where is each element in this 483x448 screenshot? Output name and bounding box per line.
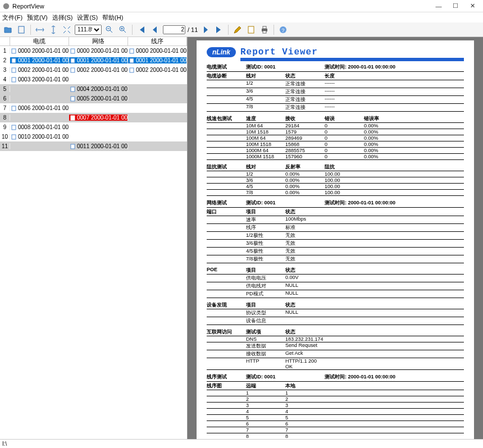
svg-rect-24 [12, 125, 16, 130]
table-port: 端口项目状态速率100Mbps线序标准1/2极性无效3/6极性无效4/5极性无效… [207, 208, 464, 263]
table-row[interactable]: 40003 2000-01-01 00:00:00 [0, 75, 187, 84]
list-cell[interactable]: 0007 2000-01-01 00:00:00 [69, 115, 128, 121]
table-impedance: 阻抗测试线对反射率阻抗1/20.00%100.003/60.00%100.004… [207, 163, 464, 196]
sect-wire-header: 线序测试 测试ID: 0001 测试时间: 2000-01-01 00:00:0… [207, 373, 464, 382]
doc-icon [11, 58, 17, 63]
prev-page-icon[interactable] [149, 24, 161, 35]
table-row[interactable]: 80007 2000-01-01 00:00:00 [0, 113, 187, 122]
svg-rect-4 [248, 26, 254, 33]
toolbar: 111.8% ▾ / 11 ? [0, 22, 483, 37]
list-cell[interactable]: 0005 2000-01-01 00:00:00 [69, 95, 128, 102]
table-row[interactable]: 60005 2000-01-01 00:00:00 [0, 94, 187, 103]
zoom-select[interactable]: 111.8% ▾ [75, 25, 102, 35]
help-icon[interactable]: ? [277, 24, 289, 35]
fit-page-icon[interactable] [61, 24, 72, 35]
menu-settings[interactable]: 设置(S) [77, 13, 98, 22]
sect-cable-header: 电缆测试 测试ID: 0001 测试时间: 2000-01-01 00:00:0… [207, 63, 464, 72]
list-cell[interactable]: 0001 2000-01-01 00:00:00 [128, 57, 187, 63]
list-cell[interactable]: 0002 2000-01-01 00:00:00 [128, 67, 187, 73]
list-header: 电缆 网络 线序 [0, 37, 187, 46]
table-poe: POE项目状态供电电压0.00V供电线对NULLPD模式NULL [207, 267, 464, 298]
fit-width-icon[interactable] [34, 24, 45, 35]
first-page-icon[interactable] [136, 24, 147, 35]
app-icon [2, 2, 10, 10]
svg-rect-20 [71, 87, 75, 92]
list-cell[interactable]: 0002 2000-01-01 00:00:00 [10, 67, 69, 73]
table-row[interactable]: 90008 2000-01-01 00:00:00 [0, 122, 187, 132]
logo-pill: nLink [207, 47, 236, 57]
edit-icon[interactable] [232, 24, 243, 35]
report-page: nLink Report Viewer 电缆测试 测试ID: 0001 测试时间… [197, 40, 474, 439]
table-row[interactable]: 20001 2000-01-01 00:00:000001 2000-01-01… [0, 56, 187, 65]
svg-rect-23 [71, 116, 75, 120]
list-body[interactable]: 10000 2000-01-01 00:00:000000 2000-01-01… [0, 46, 187, 439]
preview-pane[interactable]: nLink Report Viewer 电缆测试 测试ID: 0001 测试时间… [188, 37, 483, 439]
fit-height-icon[interactable] [48, 24, 59, 35]
doc-icon [11, 67, 17, 73]
svg-rect-16 [12, 68, 16, 72]
menu-help[interactable]: 帮助(H) [102, 13, 123, 22]
table-diag: 电缆诊断线对状态长度1/2正常连接------3/6正常连接------4/5正… [207, 72, 464, 112]
svg-rect-12 [130, 49, 134, 53]
restore-button[interactable]: ☐ [447, 2, 464, 10]
record-list-pane: 电缆 网络 线序 10000 2000-01-01 00:00:000000 2… [0, 37, 188, 439]
doc-icon [70, 58, 76, 63]
doc-icon [70, 86, 76, 92]
titlebar: ReportView — ☐ ✕ [0, 0, 483, 12]
list-cell[interactable]: 0004 2000-01-01 00:00:00 [69, 86, 128, 92]
doc-icon [11, 77, 17, 83]
table-row[interactable]: 10000 2000-01-01 00:00:000000 2000-01-01… [0, 46, 187, 56]
table-row[interactable]: 50004 2000-01-01 00:00:00 [0, 84, 187, 94]
list-cell[interactable]: 0001 2000-01-01 00:00:00 [69, 57, 128, 63]
minimize-button[interactable]: — [430, 3, 447, 10]
table-row[interactable]: 110011 2000-01-01 00:00:00 [0, 141, 187, 151]
logo-strip [240, 58, 464, 61]
sect-net-header: 网络测试 测试ID: 0001 测试时间: 2000-01-01 00:00:0… [207, 199, 464, 208]
list-cell[interactable]: 0002 2000-01-01 00:00:00 [69, 67, 128, 73]
page-total: / 11 [188, 26, 198, 33]
doc-icon [129, 67, 135, 73]
zoom-in-icon[interactable] [117, 24, 129, 35]
statusbar: I:\ [0, 439, 483, 448]
doc-icon [70, 48, 76, 54]
menu-file[interactable]: 文件(F) [2, 13, 22, 22]
svg-rect-11 [71, 49, 75, 53]
toolbar-sep [274, 25, 274, 35]
page-icon[interactable] [245, 24, 257, 35]
list-cell[interactable]: 0000 2000-01-01 00:00:00 [128, 48, 187, 54]
main-area: 电缆 网络 线序 10000 2000-01-01 00:00:000000 2… [0, 37, 483, 439]
list-cell[interactable]: 0008 2000-01-01 00:00:00 [10, 124, 69, 130]
menu-select[interactable]: 选择(S) [52, 13, 73, 22]
table-wiremap: 线序图远端本地1122334455667788 [207, 382, 464, 439]
menu-preview[interactable]: 预览(V) [27, 13, 48, 22]
table-row[interactable]: 70006 2000-01-01 00:00:00 [0, 103, 187, 113]
toolbar-sep [132, 25, 133, 35]
zoom-out-icon[interactable] [104, 24, 115, 35]
list-cell[interactable]: 0001 2000-01-01 00:00:00 [10, 57, 69, 63]
col-wiremap[interactable]: 线序 [128, 37, 187, 45]
svg-rect-6 [263, 26, 266, 29]
next-page-icon[interactable] [200, 24, 211, 35]
list-cell[interactable]: 0010 2000-01-01 00:00:00 [10, 134, 69, 140]
last-page-icon[interactable] [213, 24, 225, 35]
svg-rect-19 [12, 77, 16, 82]
page-input[interactable] [163, 25, 185, 34]
table-speed: 线速包测试速度接收错误错误率10M 642918400.00%10M 15181… [207, 115, 464, 160]
open-icon[interactable] [2, 24, 13, 35]
list-cell[interactable]: 0000 2000-01-01 00:00:00 [10, 48, 69, 54]
doc-icon [129, 58, 135, 63]
list-cell[interactable]: 0006 2000-01-01 00:00:00 [10, 105, 69, 111]
list-cell[interactable]: 0011 2000-01-01 00:00:00 [69, 143, 128, 149]
list-cell[interactable]: 0003 2000-01-01 00:00:00 [10, 76, 69, 83]
close-button[interactable]: ✕ [464, 2, 481, 10]
svg-rect-15 [130, 58, 134, 63]
table-row[interactable]: 30002 2000-01-01 00:00:000002 2000-01-01… [0, 65, 187, 75]
col-cable[interactable]: 电缆 [10, 37, 69, 45]
col-network[interactable]: 网络 [69, 37, 128, 45]
menubar: 文件(F) 预览(V) 选择(S) 设置(S) 帮助(H) [0, 12, 483, 22]
print-icon[interactable] [259, 24, 270, 35]
list-cell[interactable]: 0000 2000-01-01 00:00:00 [69, 48, 128, 54]
table-row[interactable]: 100010 2000-01-01 00:00:00 [0, 132, 187, 141]
window-title: ReportView [12, 3, 430, 10]
zoom-page-icon[interactable] [16, 24, 27, 35]
